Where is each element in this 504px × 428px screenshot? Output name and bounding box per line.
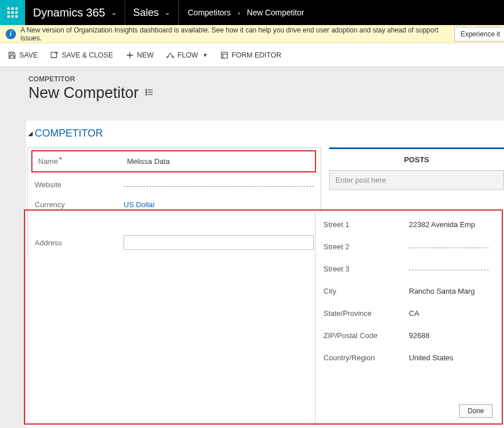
plus-icon: [126, 51, 134, 59]
website-label: Website: [35, 180, 124, 189]
flyout-row-street3[interactable]: Street 3: [323, 265, 502, 273]
post-placeholder: Enter post here: [335, 176, 386, 184]
app-launcher-button[interactable]: [0, 0, 25, 25]
name-label: Name: [38, 157, 58, 166]
field-address[interactable]: Address: [28, 229, 321, 256]
currency-value[interactable]: US Dollar: [124, 200, 314, 209]
save-label: SAVE: [19, 51, 38, 59]
done-button[interactable]: Done: [459, 404, 493, 418]
currency-label: Currency: [35, 200, 124, 209]
tab-posts[interactable]: POSTS: [329, 147, 504, 170]
street3-value-empty[interactable]: [409, 270, 489, 270]
svg-point-12: [146, 89, 147, 90]
street2-value-empty[interactable]: [409, 248, 489, 248]
flyout-row-street2[interactable]: Street 2: [323, 242, 502, 251]
state-label: State/Province: [323, 309, 409, 318]
svg-rect-11: [221, 52, 227, 58]
country-value[interactable]: United States: [409, 353, 502, 362]
form-editor-icon: [220, 51, 228, 59]
save-icon: [8, 51, 16, 59]
zip-label: ZIP/Postal Code: [323, 331, 409, 340]
field-website[interactable]: Website: [28, 175, 321, 195]
waffle-icon: [7, 7, 18, 18]
new-button[interactable]: NEW: [126, 51, 154, 59]
page-title: New Competitor: [28, 84, 139, 102]
website-value-empty[interactable]: [124, 186, 314, 187]
street3-label: Street 3: [323, 265, 409, 273]
city-label: City: [323, 287, 409, 295]
name-value[interactable]: Melissa Data: [127, 157, 309, 166]
save-and-close-button[interactable]: SAVE & CLOSE: [50, 51, 113, 59]
breadcrumb-current: New Competitor: [247, 8, 304, 17]
city-value[interactable]: Rancho Santa Marg: [409, 287, 502, 295]
svg-rect-6: [7, 15, 10, 18]
flow-button[interactable]: FLOW ▼: [166, 51, 208, 59]
svg-point-13: [146, 92, 147, 93]
new-label: NEW: [137, 51, 154, 59]
flow-label: FLOW: [178, 51, 198, 59]
save-button[interactable]: SAVE: [8, 51, 38, 59]
posts-tab-label: POSTS: [404, 155, 429, 164]
section-title: COMPETITOR: [35, 127, 103, 139]
form-editor-label: FORM EDITOR: [232, 51, 281, 59]
collapse-icon: ◢: [28, 130, 32, 137]
section-header-competitor[interactable]: ◢ COMPETITOR: [28, 127, 504, 139]
notification-bar: i A New version of Organization Insights…: [0, 25, 504, 43]
svg-point-14: [146, 94, 147, 95]
flyout-row-street1[interactable]: Street 1 22382 Avenida Emp: [323, 220, 502, 229]
name-field-highlight: Name* Melissa Data: [31, 150, 316, 172]
flyout-row-state[interactable]: State/Province CA: [323, 309, 502, 318]
chevron-down-icon: ⌄: [111, 9, 117, 17]
form-editor-button[interactable]: FORM EDITOR: [220, 51, 281, 59]
svg-rect-5: [15, 11, 18, 14]
chevron-down-icon: ⌄: [165, 9, 170, 17]
svg-rect-0: [7, 7, 10, 10]
chevron-right-icon: ›: [237, 9, 240, 17]
command-bar: SAVE SAVE & CLOSE NEW FLOW ▼ FORM EDITOR: [0, 43, 504, 67]
street1-value[interactable]: 22382 Avenida Emp: [409, 220, 502, 229]
entity-label: COMPETITOR: [28, 75, 504, 83]
breadcrumb-parent[interactable]: Competitors: [188, 8, 231, 17]
flyout-row-city[interactable]: City Rancho Santa Marg: [323, 287, 502, 295]
nav-area[interactable]: Sales ⌄: [125, 0, 179, 25]
global-nav: Dynamics 365 ⌄ Sales ⌄ Competitors › New…: [0, 0, 504, 25]
flyout-row-zip[interactable]: ZIP/Postal Code 92688: [323, 331, 502, 340]
field-currency[interactable]: Currency US Dollar: [28, 195, 321, 215]
info-icon: i: [6, 29, 16, 39]
state-value[interactable]: CA: [409, 309, 502, 318]
svg-rect-2: [15, 7, 18, 10]
nav-area-label: Sales: [133, 7, 159, 19]
address-label: Address: [35, 238, 124, 247]
breadcrumb: Competitors › New Competitor: [179, 0, 313, 25]
flow-icon: [166, 51, 174, 59]
svg-rect-8: [15, 15, 18, 18]
required-marker: *: [59, 155, 62, 164]
svg-rect-3: [7, 11, 10, 14]
post-input[interactable]: Enter post here: [329, 170, 504, 190]
caret-down-icon: ▼: [203, 52, 208, 58]
view-selector-icon[interactable]: [145, 88, 154, 99]
street1-label: Street 1: [323, 220, 409, 229]
main-fields-column: Name* Melissa Data Website Currency US D…: [27, 147, 321, 256]
notification-text: A New version of Organization Insights d…: [21, 26, 454, 42]
svg-rect-1: [11, 7, 14, 10]
nav-brand[interactable]: Dynamics 365 ⌄: [25, 0, 125, 25]
field-name[interactable]: Name* Melissa Data: [32, 151, 315, 171]
svg-rect-7: [11, 15, 14, 18]
zip-value[interactable]: 92688: [409, 331, 502, 340]
flyout-row-country[interactable]: Country/Region United States: [323, 353, 502, 362]
address-flyout: Street 1 22382 Avenida Emp Street 2 Stre…: [315, 212, 504, 426]
street2-label: Street 2: [323, 242, 409, 251]
save-close-icon: [50, 51, 58, 59]
svg-point-10: [173, 56, 174, 58]
country-label: Country/Region: [323, 353, 409, 362]
svg-rect-4: [11, 11, 14, 14]
experience-it-button[interactable]: Experience it: [454, 27, 504, 42]
svg-point-9: [166, 56, 168, 58]
nav-brand-label: Dynamics 365: [33, 6, 105, 19]
save-close-label: SAVE & CLOSE: [62, 51, 113, 59]
address-input[interactable]: [124, 235, 314, 250]
